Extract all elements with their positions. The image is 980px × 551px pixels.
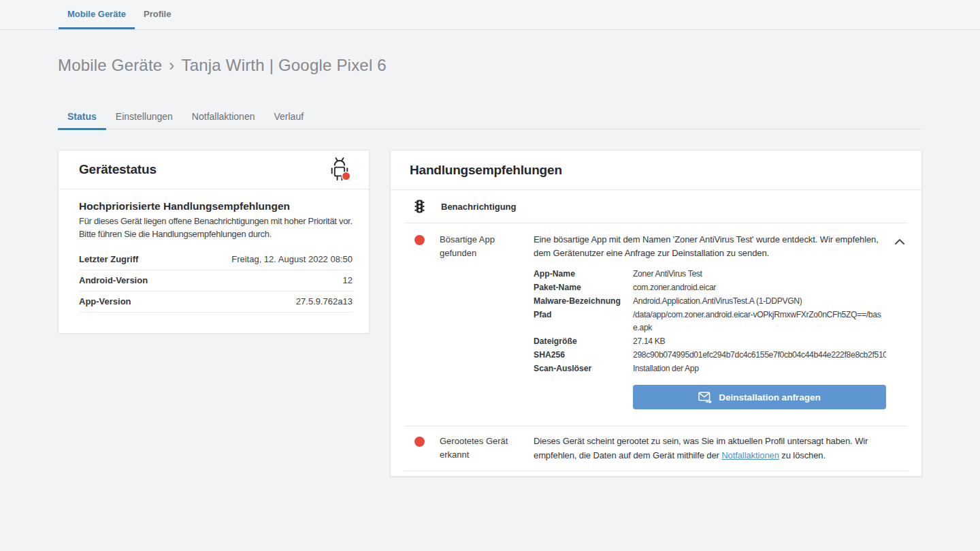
action-button-wrap: Deinstallation anfragen bbox=[534, 385, 886, 409]
detail-value: com.zoner.android.eicar bbox=[633, 281, 886, 295]
detail-value: 298c90b074995d01efc294b7dc4c6155e7f0cb04… bbox=[633, 349, 886, 362]
device-status-card-title: Gerätestatus bbox=[79, 162, 157, 177]
breadcrumb-separator: › bbox=[169, 56, 174, 74]
device-status-card-header: Gerätestatus bbox=[59, 151, 369, 189]
recommendation-description: Eine bösartige App mit dem Namen 'Zoner … bbox=[534, 233, 886, 260]
chevron-up-icon bbox=[894, 237, 905, 247]
android-robot-alert-icon bbox=[327, 156, 353, 183]
recommendations-card-header: Handlungsempfehlungen bbox=[391, 151, 921, 190]
detail-value: 27.14 KB bbox=[633, 335, 886, 349]
top-tab-profile[interactable]: Profile bbox=[135, 0, 180, 29]
notification-group-row: Benachrichtigung bbox=[404, 190, 908, 223]
recommendation-label: Gerootetes Gerät erkannt bbox=[440, 435, 519, 461]
breadcrumb-current-device: Tanja Wirth | Google Pixel 6 bbox=[182, 56, 387, 74]
detail-row-package-name: Paket-Name com.zoner.android.eicar bbox=[534, 281, 886, 295]
high-priority-section-title: Hochpriorisierte Handlungsempfehlungen bbox=[79, 200, 353, 212]
detail-row-file-size: Dateigröße 27.14 KB bbox=[534, 335, 886, 349]
recommendation-label: Bösartige App gefunden bbox=[440, 233, 519, 259]
property-row-last-access: Letzter Zugriff Freitag, 12. August 2022… bbox=[79, 249, 353, 270]
property-value: Freitag, 12. August 2022 08:50 bbox=[231, 254, 353, 264]
recommendation-rooted-device: Gerootetes Gerät erkannt Dieses Gerät sc… bbox=[404, 426, 908, 471]
property-label: Android-Version bbox=[79, 275, 148, 285]
property-row-android-version: Android-Version 12 bbox=[79, 270, 353, 292]
device-status-card-body: Hochpriorisierte Handlungsempfehlungen F… bbox=[59, 189, 369, 313]
recommendation-content: Dieses Gerät scheint gerootet zu sein, w… bbox=[534, 435, 908, 462]
malware-details: App-Name Zoner AntiVirus Test Paket-Name… bbox=[534, 268, 886, 375]
request-uninstall-button-label: Deinstallation anfragen bbox=[719, 392, 820, 403]
breadcrumb-parent[interactable]: Mobile Geräte bbox=[58, 56, 162, 74]
request-uninstall-button[interactable]: Deinstallation anfragen bbox=[633, 385, 886, 409]
detail-row-scan-trigger: Scan-Auslöser Installation der App bbox=[534, 362, 886, 376]
property-value: 27.5.9.762a13 bbox=[296, 296, 353, 306]
tab-verlauf[interactable]: Verlauf bbox=[264, 104, 313, 130]
recommendation-description: Dieses Gerät scheint gerootet zu sein, w… bbox=[534, 435, 908, 462]
detail-value: Installation der App bbox=[633, 362, 886, 376]
detail-key: SHA256 bbox=[534, 349, 633, 362]
detail-row-sha256: SHA256 298c90b074995d01efc294b7dc4c6155e… bbox=[534, 349, 886, 362]
recommendations-card-title: Handlungsempfehlungen bbox=[410, 163, 562, 178]
device-status-card: Gerätestatus Ho bbox=[58, 150, 370, 334]
recommendations-card: Handlungsempfehlungen Benachrichtigu bbox=[390, 150, 922, 477]
screen: Mobile Geräte Profile Mobile Geräte›Tanj… bbox=[0, 0, 980, 551]
top-navigation-bar: Mobile Geräte Profile bbox=[0, 0, 980, 30]
traffic-light-icon bbox=[414, 199, 425, 214]
detail-value: /data/app/com.zoner.android.eicar-vOPkjR… bbox=[633, 309, 886, 336]
tab-einstellungen[interactable]: Einstellungen bbox=[106, 104, 182, 130]
detail-key: Paket-Name bbox=[534, 281, 633, 295]
detail-key: App-Name bbox=[534, 268, 633, 281]
detail-key: Dateigröße bbox=[534, 335, 633, 349]
top-tabs: Mobile Geräte Profile bbox=[59, 0, 180, 29]
detail-key: Scan-Auslöser bbox=[534, 362, 633, 376]
detail-row-app-name: App-Name Zoner AntiVirus Test bbox=[534, 268, 886, 281]
tab-status[interactable]: Status bbox=[58, 104, 106, 130]
high-priority-section-text: Für dieses Gerät liegen offene Benachric… bbox=[79, 215, 353, 241]
breadcrumb: Mobile Geräte›Tanja Wirth | Google Pixel… bbox=[58, 56, 387, 75]
detail-key: Malware-Bezeichnung bbox=[534, 295, 633, 309]
notfallaktionen-link[interactable]: Notfallaktionen bbox=[721, 450, 779, 460]
severity-dot-icon bbox=[414, 235, 425, 245]
rooted-text-after-link: zu löschen. bbox=[779, 450, 826, 460]
send-mail-icon bbox=[698, 392, 712, 403]
top-tab-mobile-geraete[interactable]: Mobile Geräte bbox=[59, 0, 135, 29]
detail-value: Android.Application.AntiVirusTest.A (1-D… bbox=[633, 295, 886, 309]
recommendation-content: Eine bösartige App mit dem Namen 'Zoner … bbox=[534, 233, 886, 409]
detail-row-malware-name: Malware-Bezeichnung Android.Application.… bbox=[534, 295, 886, 309]
property-label: Letzter Zugriff bbox=[79, 254, 138, 264]
detail-value: Zoner AntiVirus Test bbox=[633, 268, 886, 281]
detail-row-path: Pfad /data/app/com.zoner.android.eicar-v… bbox=[534, 309, 886, 336]
property-value: 12 bbox=[343, 275, 353, 285]
tab-notfallaktionen[interactable]: Notfallaktionen bbox=[182, 104, 265, 130]
detail-key: Pfad bbox=[534, 309, 633, 336]
collapse-item-button[interactable] bbox=[894, 236, 905, 247]
property-row-app-version: App-Version 27.5.9.762a13 bbox=[79, 292, 353, 313]
severity-dot-icon bbox=[414, 437, 425, 447]
property-label: App-Version bbox=[79, 296, 131, 306]
recommendation-malicious-app: Bösartige App gefunden Eine bösartige Ap… bbox=[404, 223, 908, 426]
notification-group-label: Benachrichtigung bbox=[441, 202, 517, 212]
device-detail-tabs: Status Einstellungen Notfallaktionen Ver… bbox=[58, 102, 922, 129]
